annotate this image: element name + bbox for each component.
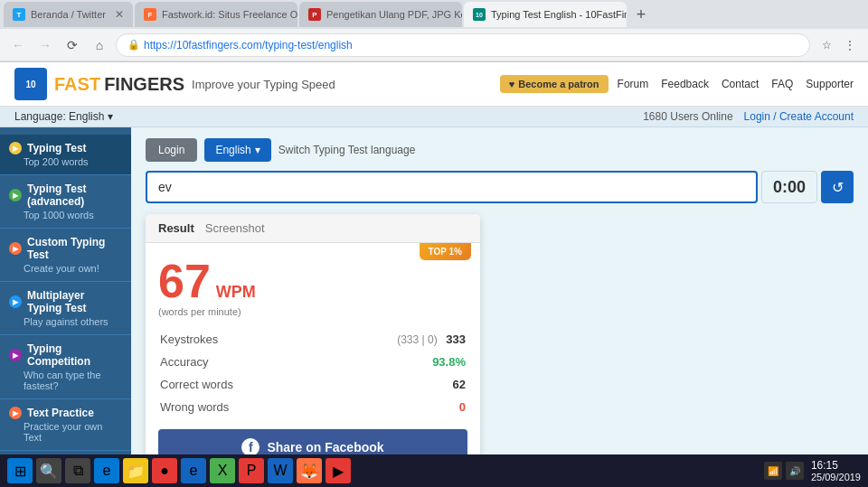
taskbar-ff-icon[interactable]: 🦊: [297, 458, 322, 483]
keystrokes-detail: (333 | 0): [397, 333, 437, 346]
taskbar-volume-icon: 🔊: [786, 462, 804, 480]
sidebar-item-text-practice[interactable]: ▶ Text Practice Practice your own Text: [0, 399, 131, 451]
taskbar-task-view-icon[interactable]: ⧉: [65, 458, 90, 483]
sidebar-label-5: Typing Competition: [27, 342, 122, 368]
dropdown-icon: ▾: [255, 144, 260, 156]
tagline: Improve your Typing Speed: [192, 78, 335, 91]
timer-display: 0:00: [761, 171, 817, 203]
sidebar-label-4: Multiplayer Typing Test: [27, 289, 122, 314]
patron-label: Become a patron: [518, 79, 599, 89]
tab-typing-test[interactable]: 10 Typing Test English - 10FastFin... ✕: [464, 2, 627, 27]
nav-forum[interactable]: Forum: [618, 78, 649, 90]
taskbar-windows-icon[interactable]: ⊞: [7, 458, 33, 483]
result-tab[interactable]: Result: [158, 221, 194, 235]
tab-pengetikan[interactable]: P Pengetikan Ulang PDF, JPG Ke... ✕: [299, 2, 462, 27]
sidebar-icon-1: ▶: [9, 142, 22, 155]
sidebar: ▶ Typing Test Top 200 words ▶ Typing Tes…: [0, 127, 131, 455]
logo-icon: 10: [14, 68, 47, 100]
keystrokes-row: Keystrokes (333 | 0) 333: [158, 328, 467, 351]
sidebar-sub-6: Practice your own Text: [9, 421, 122, 443]
url-bar[interactable]: 🔒 https://10fastfingers.com/typing-test/…: [116, 33, 810, 57]
taskbar-youtube-icon[interactable]: ▶: [326, 458, 351, 483]
sidebar-item-typing-test[interactable]: ▶ Typing Test Top 200 words: [0, 135, 131, 175]
tab-label-twitter: Beranda / Twitter: [31, 9, 106, 20]
wpm-number: 67: [158, 258, 211, 304]
result-header: Result Screenshot: [146, 214, 480, 243]
stats-table: Keystrokes (333 | 0) 333 Accuracy 93.8% …: [158, 328, 467, 418]
taskbar-ppt-icon[interactable]: P: [239, 458, 264, 483]
taskbar-folder-icon[interactable]: 📁: [123, 458, 148, 483]
screenshot-tab[interactable]: Screenshot: [205, 221, 265, 235]
logo-fast: FAST: [54, 74, 100, 95]
accuracy-row: Accuracy 93.8%: [158, 351, 467, 373]
settings-icon[interactable]: ⋮: [839, 34, 861, 56]
sidebar-item-competition[interactable]: ▶ Typing Competition Who can type the fa…: [0, 335, 131, 399]
taskbar-ie-icon[interactable]: e: [181, 458, 206, 483]
correct-words-label: Correct words: [158, 373, 317, 396]
forward-button[interactable]: →: [34, 34, 56, 56]
back-button[interactable]: ←: [7, 34, 29, 56]
taskbar-edge-icon[interactable]: e: [94, 458, 119, 483]
sidebar-item-title-5: ▶ Typing Competition: [9, 342, 122, 368]
taskbar-chrome-icon[interactable]: ●: [152, 458, 177, 483]
logo-fingers: FINGERS: [104, 74, 184, 95]
facebook-share-button[interactable]: f Share on Facebook: [158, 429, 467, 455]
bookmark-icon[interactable]: ☆: [816, 34, 837, 56]
wpm-description: (words per minute): [158, 306, 467, 317]
sidebar-item-title-4: ▶ Multiplayer Typing Test: [9, 289, 122, 314]
patron-button[interactable]: ♥ Become a patron: [500, 75, 609, 93]
keystrokes-value: 333: [446, 332, 466, 346]
time-display: 16:15: [811, 459, 861, 472]
taskbar-network-icon: 📶: [764, 462, 782, 480]
english-button[interactable]: English ▾: [204, 138, 270, 162]
tab-favicon-twitter: T: [13, 8, 25, 21]
sidebar-sub-4: Play against others: [9, 316, 122, 327]
login-create-link[interactable]: Login / Create Account: [744, 110, 854, 123]
nav-supporter[interactable]: Supporter: [806, 78, 854, 90]
sub-header-right: 1680 Users Online Login / Create Account: [643, 110, 854, 123]
login-button[interactable]: Login: [146, 138, 197, 162]
taskbar-word-icon[interactable]: W: [268, 458, 293, 483]
tab-fastwork[interactable]: F Fastwork.id: Situs Freelance On... ✕: [135, 2, 297, 27]
tab-close-twitter[interactable]: ✕: [115, 8, 124, 21]
refresh-nav-button[interactable]: ⟳: [61, 34, 83, 56]
new-tab-button[interactable]: +: [628, 2, 654, 27]
main-content: Login English ▾ Switch Typing Test langu…: [131, 127, 868, 455]
sidebar-icon-3: ▶: [9, 242, 22, 255]
correct-words-value: 62: [317, 373, 467, 396]
url-text: https://10fastfingers.com/typing-test/en…: [144, 39, 353, 52]
sidebar-sub-1: Top 200 words: [9, 156, 122, 167]
typing-area: ev 0:00 ↺: [146, 171, 854, 203]
sidebar-icon-6: ▶: [9, 407, 22, 419]
taskbar-right: 📶 🔊 16:15 25/09/2019: [764, 459, 861, 482]
sidebar-icon-2: ▶: [9, 189, 22, 201]
sidebar-item-title-1: ▶ Typing Test: [9, 142, 122, 155]
sidebar-item-multiplayer[interactable]: ▶ Multiplayer Typing Test Play against o…: [0, 282, 131, 335]
taskbar-search-icon[interactable]: 🔍: [36, 458, 61, 483]
sub-header: Language: English ▾ 1680 Users Online Lo…: [0, 107, 868, 127]
sidebar-item-custom[interactable]: ▶ Custom Typing Test Create your own!: [0, 229, 131, 282]
date-display: 25/09/2019: [811, 472, 861, 482]
tab-favicon-fastwork: F: [144, 8, 156, 21]
nav-feedback[interactable]: Feedback: [661, 78, 709, 90]
sidebar-item-advanced[interactable]: ▶ Typing Test (advanced) Top 1000 words: [0, 175, 131, 229]
language-selector[interactable]: Language: English ▾: [14, 110, 113, 123]
tab-twitter[interactable]: T Beranda / Twitter ✕: [4, 2, 133, 27]
top-badge: TOP 1%: [420, 243, 471, 260]
taskbar-excel-icon[interactable]: X: [210, 458, 235, 483]
logo-area: 10 FASTFINGERS Improve your Typing Speed: [14, 68, 335, 100]
address-bar: ← → ⟳ ⌂ 🔒 https://10fastfingers.com/typi…: [0, 29, 868, 61]
site-header: 10 FASTFINGERS Improve your Typing Speed…: [0, 62, 868, 107]
language-label: Language: English: [14, 110, 104, 123]
accuracy-value: 93.8%: [317, 351, 467, 373]
refresh-button[interactable]: ↺: [821, 171, 854, 203]
typing-input[interactable]: ev: [146, 171, 758, 203]
nav-faq[interactable]: FAQ: [771, 78, 793, 90]
tab-label-pengetikan: Pengetikan Ulang PDF, JPG Ke...: [326, 9, 462, 20]
sidebar-sub-3: Create your own!: [9, 263, 122, 274]
keystrokes-label: Keystrokes: [158, 328, 317, 351]
nav-contact[interactable]: Contact: [722, 78, 759, 90]
wrong-words-label: Wrong words: [158, 396, 317, 418]
tab-favicon-typing: 10: [473, 8, 486, 21]
home-button[interactable]: ⌂: [89, 34, 110, 56]
